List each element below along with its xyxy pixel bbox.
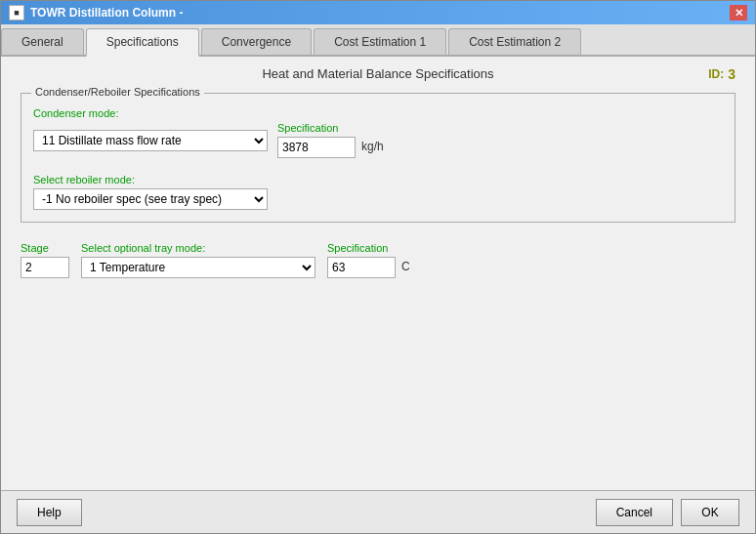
id-key-label: ID: — [708, 67, 724, 81]
condenser-reboiler-group: Condenser/Reboiler Specifications Conden… — [21, 93, 735, 223]
app-icon: ■ — [9, 5, 24, 21]
cancel-button[interactable]: Cancel — [596, 499, 673, 526]
window-title: TOWR Distillation Column - — [30, 6, 183, 20]
help-button[interactable]: Help — [17, 499, 82, 526]
close-button[interactable]: ✕ — [730, 5, 747, 21]
spec-label-condenser: Specification — [277, 122, 384, 134]
tab-cost-estimation-2[interactable]: Cost Estimation 2 — [448, 28, 581, 55]
tray-mode-label: Select optional tray mode: — [81, 242, 315, 254]
tab-general[interactable]: General — [1, 28, 84, 55]
condenser-col: Condenser mode: 11 Distillate mass flow … — [33, 102, 723, 158]
stage-input[interactable] — [21, 257, 69, 278]
title-bar: ■ TOWR Distillation Column - ✕ — [1, 1, 755, 24]
id-value: 3 — [728, 66, 735, 82]
section-title: Heat and Material Balance Specifications — [262, 66, 493, 81]
group-label: Condenser/Reboiler Specifications — [31, 86, 204, 98]
stage-col: Stage — [21, 236, 69, 278]
condenser-unit: kg/h — [361, 140, 384, 156]
tray-unit: C — [401, 260, 410, 276]
reboiler-label: Select reboiler mode: — [33, 174, 723, 185]
bottom-bar: Help Cancel OK — [1, 490, 755, 533]
condenser-label: Condenser mode: — [33, 107, 723, 119]
tray-spec-label: Specification — [327, 242, 410, 254]
header-row: Heat and Material Balance Specifications… — [21, 66, 735, 81]
tab-bar: General Specifications Convergence Cost … — [1, 24, 755, 57]
tray-spec-col: Specification C — [327, 242, 410, 278]
id-section: ID: 3 — [708, 66, 735, 82]
stage-label: Stage — [21, 242, 69, 254]
reboiler-mode-select[interactable]: -1 No reboiler spec (see tray spec) 1 Te… — [33, 188, 268, 210]
content-area: Heat and Material Balance Specifications… — [1, 57, 755, 490]
reboiler-col: Select reboiler mode: -1 No reboiler spe… — [33, 168, 723, 210]
condenser-spec-input[interactable] — [277, 137, 356, 158]
ok-button[interactable]: OK — [681, 499, 739, 526]
footer-right-buttons: Cancel OK — [596, 499, 739, 526]
tab-cost-estimation-1[interactable]: Cost Estimation 1 — [314, 28, 446, 55]
tab-convergence[interactable]: Convergence — [201, 28, 312, 55]
tray-mode-select[interactable]: 1 Temperature 2 Heat duty 3 Flow rate — [81, 257, 315, 278]
tray-col: Select optional tray mode: 1 Temperature… — [81, 236, 315, 278]
main-window: ■ TOWR Distillation Column - ✕ General S… — [0, 0, 756, 534]
condenser-mode-select[interactable]: 11 Distillate mass flow rate 1 Temperatu… — [33, 130, 268, 151]
tab-specifications[interactable]: Specifications — [86, 28, 199, 57]
tray-row: Stage Select optional tray mode: 1 Tempe… — [21, 236, 735, 278]
tray-spec-input[interactable] — [327, 257, 396, 278]
